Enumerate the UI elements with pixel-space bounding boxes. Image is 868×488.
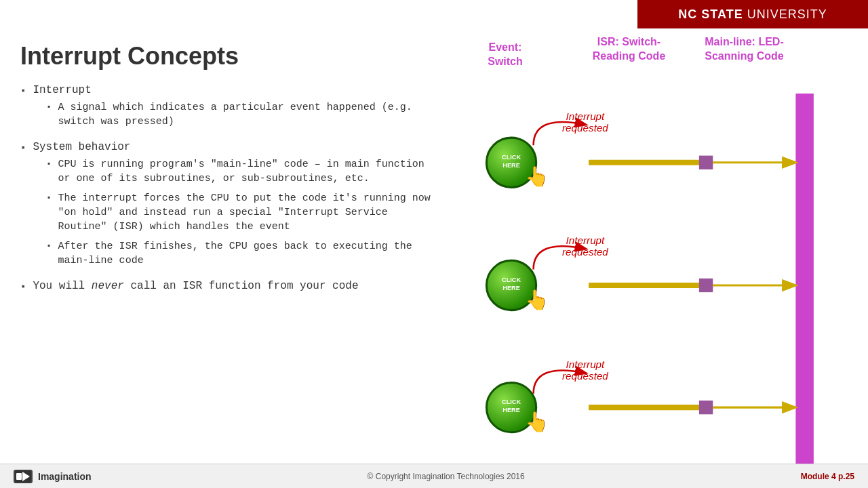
- isr-end-2: [699, 278, 713, 291]
- logo-icon: [14, 470, 33, 483]
- footer: Imagination © Copyright Imagination Tech…: [0, 464, 868, 488]
- sub-list-interrupt: A signal which indicates a particular ev…: [46, 100, 441, 129]
- btn-text-2b: HERE: [502, 285, 519, 291]
- btn-text-3a: CLICK: [502, 399, 521, 405]
- col-header-isr: ISR: Switch-Reading Code: [576, 35, 682, 64]
- sub-bullet-cpu-running: CPU is running program's "main-line" cod…: [46, 157, 441, 186]
- sub-list-system: CPU is running program's "main-line" cod…: [46, 157, 441, 268]
- interrupt-label-3b: requested: [562, 370, 608, 382]
- isr-end-1: [699, 155, 713, 169]
- logo-text: Imagination: [38, 471, 92, 482]
- ncstate-text: NC STATE UNIVERSITY: [678, 7, 827, 22]
- diagram-headers: Event:Switch ISR: Switch-Reading Code Ma…: [471, 35, 858, 69]
- hand-icon-3: 👆: [525, 409, 549, 433]
- bullet-interrupt: Interrupt A signal which indicates a par…: [20, 84, 441, 134]
- hand-icon-1: 👆: [525, 165, 549, 188]
- italic-never: never: [92, 280, 124, 292]
- hand-icon-2: 👆: [525, 287, 549, 311]
- interrupt-label-2b: requested: [562, 246, 608, 258]
- footer-module: Module 4 p.25: [801, 472, 854, 481]
- sub-bullet-after-isr: After the ISR finishes, the CPU goes bac…: [46, 239, 441, 268]
- interrupt-label-1b: requested: [562, 122, 608, 134]
- main-bullet-list: Interrupt A signal which indicates a par…: [20, 84, 441, 292]
- btn-text-1b: HERE: [502, 162, 519, 169]
- interrupt-label-2: Interrupt: [566, 234, 606, 245]
- bullet-system-text: System behavior: [33, 141, 130, 153]
- left-content: Interrupt Concepts Interrupt A signal wh…: [0, 28, 461, 464]
- interrupt-label-3: Interrupt: [566, 359, 606, 370]
- btn-text-3b: HERE: [502, 407, 519, 413]
- ncstate-header: NC STATE UNIVERSITY: [637, 0, 868, 28]
- sub-bullet-interrupt-forces: The interrupt forces the CPU to put the …: [46, 191, 441, 234]
- svg-rect-1: [16, 473, 22, 480]
- bullet-interrupt-text: Interrupt: [33, 84, 91, 96]
- bullet-never: You will never call an ISR function from…: [20, 280, 441, 292]
- btn-text-2a: CLICK: [502, 276, 521, 283]
- footer-copyright: © Copyright Imagination Technologies 201…: [368, 472, 525, 481]
- bullet-system: System behavior CPU is running program's…: [20, 141, 441, 273]
- logo-area: Imagination: [14, 470, 92, 483]
- right-diagram: Event:Switch ISR: Switch-Reading Code Ma…: [461, 28, 868, 464]
- isr-end-3: [699, 401, 713, 414]
- col-header-main: Main-line: LED-Scanning Code: [695, 35, 793, 64]
- sub-bullet-signal: A signal which indicates a particular ev…: [46, 100, 441, 129]
- diagram-svg: Interrupt requested CLICK HERE 👆 Interru…: [471, 76, 858, 488]
- btn-text-1a: CLICK: [502, 153, 521, 160]
- imagination-logo-svg: [15, 470, 31, 483]
- main-line-bar: [795, 94, 813, 480]
- col-header-event: Event:Switch: [471, 35, 539, 69]
- slide-title: Interrupt Concepts: [20, 42, 441, 70]
- interrupt-label-1: Interrupt: [566, 110, 606, 121]
